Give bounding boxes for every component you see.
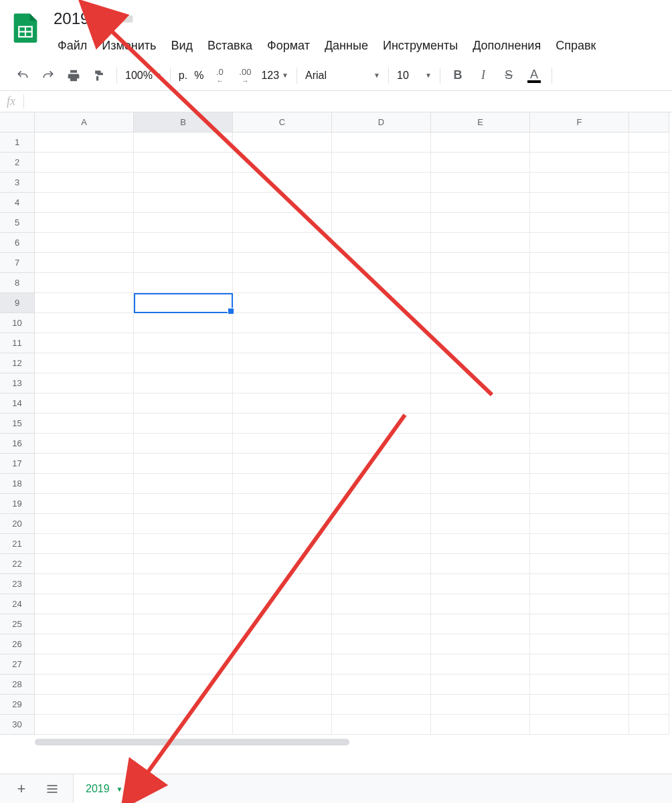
cell[interactable] [35, 173, 134, 193]
cell[interactable] [332, 594, 431, 614]
cell[interactable] [431, 614, 530, 634]
cell[interactable] [332, 434, 431, 454]
cell[interactable] [35, 534, 134, 554]
cell[interactable] [530, 414, 629, 434]
cell[interactable] [629, 654, 669, 675]
cell[interactable] [332, 393, 431, 414]
cell[interactable] [134, 654, 233, 675]
cell[interactable] [530, 353, 629, 373]
cell[interactable] [629, 193, 669, 213]
cell[interactable] [332, 554, 431, 574]
cell[interactable] [431, 333, 530, 353]
cell[interactable] [233, 614, 332, 634]
cell[interactable] [233, 233, 332, 253]
cell[interactable] [35, 293, 134, 313]
cell[interactable] [629, 273, 669, 293]
star-icon[interactable] [98, 12, 112, 25]
row-header[interactable]: 5 [0, 213, 35, 233]
cell[interactable] [332, 675, 431, 695]
cell[interactable] [431, 574, 530, 594]
cell[interactable] [530, 594, 629, 614]
cell[interactable] [431, 132, 530, 153]
cell[interactable] [233, 594, 332, 614]
cell[interactable] [332, 695, 431, 715]
cell[interactable] [431, 393, 530, 414]
cell[interactable] [332, 534, 431, 554]
cell[interactable] [431, 695, 530, 715]
cell[interactable] [431, 634, 530, 654]
cell[interactable] [431, 414, 530, 434]
cell[interactable] [134, 715, 233, 735]
cell[interactable] [134, 253, 233, 273]
undo-button[interactable] [11, 64, 35, 88]
cell[interactable] [134, 514, 233, 534]
row-header[interactable]: 23 [0, 574, 35, 594]
cell[interactable] [629, 153, 669, 173]
row-header[interactable]: 29 [0, 695, 35, 715]
cell[interactable] [332, 253, 431, 273]
cell[interactable] [134, 193, 233, 213]
cell[interactable] [35, 634, 134, 654]
cell[interactable] [233, 474, 332, 494]
row-header[interactable]: 20 [0, 514, 35, 534]
cell[interactable] [233, 414, 332, 434]
cell[interactable] [134, 132, 233, 153]
cell[interactable] [530, 153, 629, 173]
cell[interactable] [134, 474, 233, 494]
cell[interactable] [35, 494, 134, 514]
cell[interactable] [431, 153, 530, 173]
cell[interactable] [332, 153, 431, 173]
menu-data[interactable]: Данные [318, 36, 375, 56]
cell[interactable] [134, 313, 233, 333]
cell[interactable] [530, 373, 629, 393]
cell[interactable] [332, 293, 431, 313]
cell[interactable] [629, 293, 669, 313]
cell[interactable] [35, 153, 134, 173]
row-header[interactable]: 2 [0, 153, 35, 173]
cell[interactable] [134, 373, 233, 393]
cell[interactable] [35, 333, 134, 353]
menu-help[interactable]: Справк [549, 36, 602, 56]
cell[interactable] [629, 514, 669, 534]
cell[interactable] [431, 434, 530, 454]
row-header[interactable]: 14 [0, 393, 35, 414]
cell[interactable] [35, 514, 134, 534]
cell[interactable] [530, 233, 629, 253]
more-formats-button[interactable]: 123 ▼ [258, 70, 291, 82]
cell[interactable] [332, 132, 431, 153]
cell[interactable] [629, 474, 669, 494]
column-header[interactable]: C [233, 112, 332, 132]
cell[interactable] [530, 474, 629, 494]
menu-file[interactable]: Файл [51, 36, 94, 56]
cell[interactable] [35, 594, 134, 614]
cell[interactable] [233, 634, 332, 654]
row-header[interactable]: 25 [0, 614, 35, 634]
cell[interactable] [629, 414, 669, 434]
cell[interactable] [530, 273, 629, 293]
cell[interactable] [530, 634, 629, 654]
cell[interactable] [431, 233, 530, 253]
row-header[interactable]: 22 [0, 554, 35, 574]
cell[interactable] [629, 675, 669, 695]
cell[interactable] [134, 634, 233, 654]
cell[interactable] [134, 534, 233, 554]
row-header[interactable]: 19 [0, 494, 35, 514]
cell[interactable] [233, 253, 332, 273]
cell[interactable] [629, 393, 669, 414]
cell[interactable] [629, 454, 669, 474]
cell[interactable] [431, 373, 530, 393]
cell[interactable] [431, 293, 530, 313]
cell[interactable] [332, 273, 431, 293]
cell[interactable] [233, 373, 332, 393]
cell[interactable] [134, 173, 233, 193]
cell[interactable] [134, 454, 233, 474]
cell[interactable] [233, 393, 332, 414]
row-header[interactable]: 1 [0, 132, 35, 153]
cell[interactable] [431, 273, 530, 293]
add-sheet-button[interactable]: + [12, 780, 31, 798]
cell[interactable] [332, 353, 431, 373]
cell[interactable] [629, 614, 669, 634]
cell[interactable] [629, 253, 669, 273]
row-header[interactable]: 27 [0, 654, 35, 675]
menu-insert[interactable]: Вставка [201, 36, 259, 56]
